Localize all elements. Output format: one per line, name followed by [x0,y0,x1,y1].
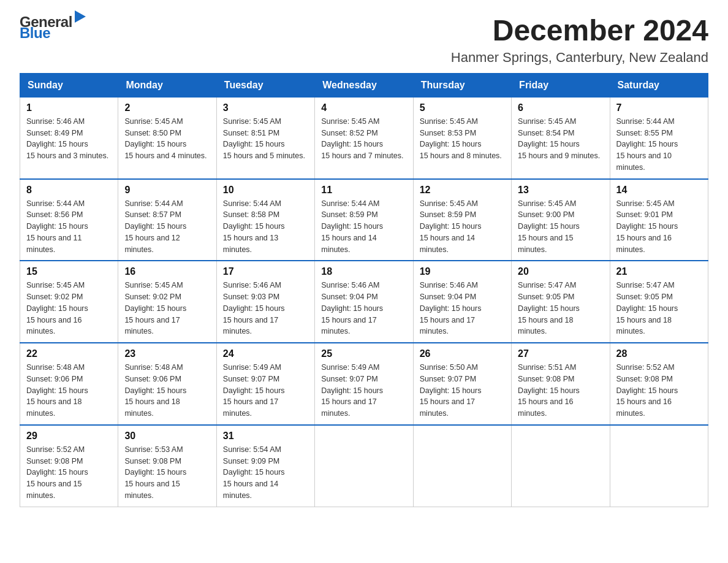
calendar-cell: 1 Sunrise: 5:46 AMSunset: 8:49 PMDayligh… [20,97,118,178]
day-info: Sunrise: 5:53 AMSunset: 9:08 PMDaylight:… [124,445,186,500]
day-number: 22 [26,348,112,359]
day-info: Sunrise: 5:46 AMSunset: 8:49 PMDaylight:… [26,117,108,160]
day-info: Sunrise: 5:52 AMSunset: 9:08 PMDaylight:… [616,363,678,418]
day-info: Sunrise: 5:44 AMSunset: 8:59 PMDaylight:… [321,199,383,254]
day-info: Sunrise: 5:54 AMSunset: 9:09 PMDaylight:… [223,445,285,500]
day-number: 8 [26,185,112,196]
header-monday: Monday [118,73,216,97]
day-number: 13 [518,185,603,196]
day-info: Sunrise: 5:45 AMSunset: 9:02 PMDaylight:… [26,281,88,335]
calendar-cell: 16 Sunrise: 5:45 AMSunset: 9:02 PMDaylig… [118,261,216,343]
calendar-week-row: 29 Sunrise: 5:52 AMSunset: 9:08 PMDaylig… [20,425,708,507]
day-info: Sunrise: 5:45 AMSunset: 8:52 PMDaylight:… [321,117,403,160]
day-info: Sunrise: 5:45 AMSunset: 8:51 PMDaylight:… [223,117,305,160]
header-saturday: Saturday [610,73,708,97]
calendar-cell: 10 Sunrise: 5:44 AMSunset: 8:58 PMDaylig… [216,179,314,261]
day-info: Sunrise: 5:44 AMSunset: 8:58 PMDaylight:… [223,199,285,254]
day-number: 7 [616,102,702,113]
calendar-cell: 7 Sunrise: 5:44 AMSunset: 8:55 PMDayligh… [610,97,708,178]
day-number: 15 [26,266,112,277]
day-info: Sunrise: 5:46 AMSunset: 9:03 PMDaylight:… [223,281,285,335]
header-tuesday: Tuesday [216,73,314,97]
calendar-cell: 11 Sunrise: 5:44 AMSunset: 8:59 PMDaylig… [315,179,413,261]
header-friday: Friday [512,73,610,97]
day-info: Sunrise: 5:50 AMSunset: 9:07 PMDaylight:… [420,363,482,418]
calendar-cell [315,425,413,507]
logo-arrow-icon [75,10,86,23]
calendar-cell: 15 Sunrise: 5:45 AMSunset: 9:02 PMDaylig… [20,261,118,343]
day-info: Sunrise: 5:46 AMSunset: 9:04 PMDaylight:… [420,281,482,335]
calendar-cell [610,425,708,507]
day-info: Sunrise: 5:49 AMSunset: 9:07 PMDaylight:… [223,363,285,418]
day-info: Sunrise: 5:51 AMSunset: 9:08 PMDaylight:… [518,363,580,418]
day-number: 6 [518,102,603,113]
logo-blue-text: Blue [20,25,50,41]
calendar-cell: 19 Sunrise: 5:46 AMSunset: 9:04 PMDaylig… [413,261,511,343]
calendar-cell: 5 Sunrise: 5:45 AMSunset: 8:53 PMDayligh… [413,97,511,178]
day-info: Sunrise: 5:44 AMSunset: 8:57 PMDaylight:… [124,199,186,254]
calendar-cell [512,425,610,507]
day-info: Sunrise: 5:45 AMSunset: 8:50 PMDaylight:… [124,117,207,160]
day-number: 21 [616,266,702,277]
day-number: 31 [223,431,308,442]
day-info: Sunrise: 5:48 AMSunset: 9:06 PMDaylight:… [26,363,88,418]
calendar-cell: 31 Sunrise: 5:54 AMSunset: 9:09 PMDaylig… [216,425,314,507]
day-number: 20 [518,266,603,277]
day-info: Sunrise: 5:45 AMSunset: 8:59 PMDaylight:… [420,199,482,254]
day-number: 4 [321,102,406,113]
calendar-cell [413,425,511,507]
calendar-cell: 29 Sunrise: 5:52 AMSunset: 9:08 PMDaylig… [20,425,118,507]
day-number: 27 [518,348,603,359]
day-number: 14 [616,185,702,196]
day-number: 24 [223,348,308,359]
calendar-cell: 3 Sunrise: 5:45 AMSunset: 8:51 PMDayligh… [216,97,314,178]
day-number: 17 [223,266,308,277]
day-number: 1 [26,102,112,113]
calendar-week-row: 22 Sunrise: 5:48 AMSunset: 9:06 PMDaylig… [20,343,708,425]
calendar-cell: 30 Sunrise: 5:53 AMSunset: 9:08 PMDaylig… [118,425,216,507]
day-number: 29 [26,431,112,442]
calendar-cell: 13 Sunrise: 5:45 AMSunset: 9:00 PMDaylig… [512,179,610,261]
day-number: 9 [124,185,210,196]
calendar-cell: 8 Sunrise: 5:44 AMSunset: 8:56 PMDayligh… [20,179,118,261]
day-info: Sunrise: 5:47 AMSunset: 9:05 PMDaylight:… [518,281,580,335]
day-number: 25 [321,348,406,359]
header-thursday: Thursday [413,73,511,97]
day-info: Sunrise: 5:52 AMSunset: 9:08 PMDaylight:… [26,445,88,500]
day-number: 28 [616,348,702,359]
page-header: General Blue December 2024 Hanmer Spring… [20,15,708,66]
calendar-cell: 21 Sunrise: 5:47 AMSunset: 9:05 PMDaylig… [610,261,708,343]
calendar-cell: 22 Sunrise: 5:48 AMSunset: 9:06 PMDaylig… [20,343,118,425]
day-number: 18 [321,266,406,277]
day-number: 11 [321,185,406,196]
svg-marker-0 [75,10,86,23]
header-sunday: Sunday [20,73,118,97]
day-number: 19 [420,266,505,277]
calendar-cell: 12 Sunrise: 5:45 AMSunset: 8:59 PMDaylig… [413,179,511,261]
calendar-cell: 2 Sunrise: 5:45 AMSunset: 8:50 PMDayligh… [118,97,216,178]
calendar-header-row: SundayMondayTuesdayWednesdayThursdayFrid… [20,73,708,97]
calendar-week-row: 1 Sunrise: 5:46 AMSunset: 8:49 PMDayligh… [20,97,708,178]
day-number: 30 [124,431,210,442]
calendar-cell: 4 Sunrise: 5:45 AMSunset: 8:52 PMDayligh… [315,97,413,178]
day-number: 12 [420,185,505,196]
day-info: Sunrise: 5:46 AMSunset: 9:04 PMDaylight:… [321,281,383,335]
calendar-week-row: 15 Sunrise: 5:45 AMSunset: 9:02 PMDaylig… [20,261,708,343]
calendar-cell: 18 Sunrise: 5:46 AMSunset: 9:04 PMDaylig… [315,261,413,343]
calendar-title: December 2024 [451,15,708,47]
day-info: Sunrise: 5:44 AMSunset: 8:55 PMDaylight:… [616,117,678,172]
title-area: December 2024 Hanmer Springs, Canterbury… [451,15,708,66]
calendar-cell: 25 Sunrise: 5:49 AMSunset: 9:07 PMDaylig… [315,343,413,425]
calendar-cell: 20 Sunrise: 5:47 AMSunset: 9:05 PMDaylig… [512,261,610,343]
day-info: Sunrise: 5:45 AMSunset: 8:54 PMDaylight:… [518,117,600,160]
day-info: Sunrise: 5:44 AMSunset: 8:56 PMDaylight:… [26,199,88,254]
calendar-cell: 23 Sunrise: 5:48 AMSunset: 9:06 PMDaylig… [118,343,216,425]
calendar-cell: 14 Sunrise: 5:45 AMSunset: 9:01 PMDaylig… [610,179,708,261]
day-number: 2 [124,102,210,113]
day-number: 23 [124,348,210,359]
day-info: Sunrise: 5:48 AMSunset: 9:06 PMDaylight:… [124,363,186,418]
day-number: 16 [124,266,210,277]
calendar-subtitle: Hanmer Springs, Canterbury, New Zealand [451,50,708,66]
calendar-table: SundayMondayTuesdayWednesdayThursdayFrid… [20,73,708,507]
calendar-cell: 28 Sunrise: 5:52 AMSunset: 9:08 PMDaylig… [610,343,708,425]
